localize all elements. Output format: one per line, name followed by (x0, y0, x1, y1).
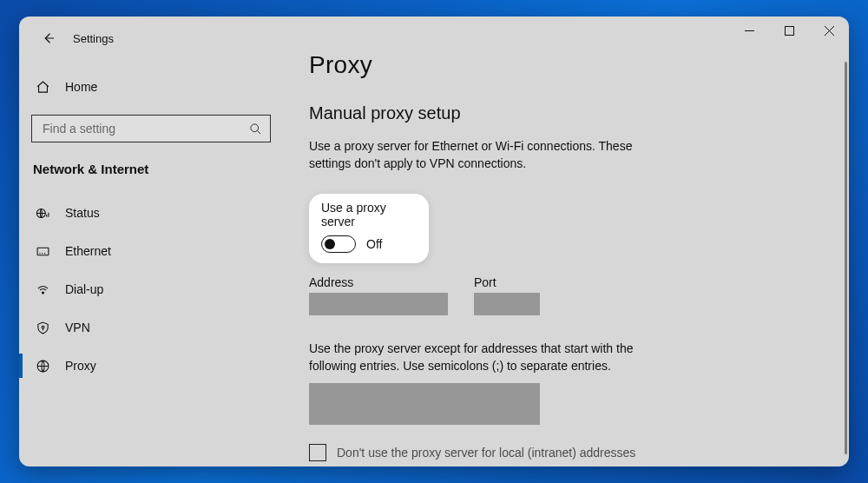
section-description: Use a proxy server for Ethernet or Wi-Fi… (309, 137, 656, 173)
sidebar-item-ethernet[interactable]: Ethernet (19, 232, 286, 270)
address-input[interactable] (309, 293, 448, 315)
port-input[interactable] (474, 293, 540, 315)
maximize-button[interactable] (769, 17, 809, 44)
toggle-knob (325, 239, 335, 249)
settings-window: Settings Home Network & Internet Stat (19, 17, 849, 466)
sidebar-item-label: Proxy (65, 359, 96, 373)
use-proxy-toggle[interactable] (321, 235, 356, 253)
exceptions-textarea[interactable] (309, 383, 540, 425)
sidebar-item-label: Dial-up (65, 282, 103, 296)
scrollbar[interactable] (845, 62, 847, 454)
content-pane: Proxy Manual proxy setup Use a proxy ser… (286, 17, 849, 466)
sidebar-item-label: VPN (65, 321, 90, 334)
close-button[interactable] (809, 17, 849, 44)
globe-icon (35, 358, 50, 374)
section-title: Manual proxy setup (309, 103, 849, 123)
shield-icon (35, 320, 50, 335)
use-proxy-label: Use a proxy server (321, 201, 417, 228)
exceptions-description: Use the proxy server except for addresse… (309, 340, 674, 375)
address-label: Address (309, 275, 448, 289)
use-proxy-highlight: Use a proxy server Off (309, 194, 429, 263)
sidebar-nav: Status Ethernet Dial-up VPN (19, 194, 286, 385)
window-title: Settings (73, 32, 114, 45)
search-box[interactable] (31, 115, 271, 142)
svg-point-0 (250, 123, 258, 131)
svg-rect-2 (37, 248, 49, 255)
back-button[interactable] (35, 24, 62, 52)
sidebar-item-label: Ethernet (65, 244, 111, 258)
window-controls (729, 17, 849, 44)
port-label: Port (474, 275, 540, 289)
globe-bars-icon (35, 205, 50, 221)
ethernet-icon (35, 243, 50, 259)
sidebar-item-proxy[interactable]: Proxy (19, 347, 286, 385)
left-pane: Settings Home Network & Internet Stat (19, 17, 286, 466)
page-title: Proxy (309, 51, 849, 79)
sidebar-section: Network & Internet (19, 142, 286, 180)
search-icon (247, 121, 263, 136)
wifi-dots-icon (35, 281, 50, 297)
sidebar-home-label: Home (65, 80, 97, 94)
svg-rect-6 (785, 26, 793, 35)
sidebar-item-vpn[interactable]: VPN (19, 308, 286, 347)
sidebar-item-status[interactable]: Status (19, 194, 286, 232)
minimize-button[interactable] (729, 17, 769, 44)
svg-point-4 (42, 326, 44, 328)
home-icon (35, 79, 50, 95)
sidebar-item-dial-up[interactable]: Dial-up (19, 270, 286, 308)
search-input[interactable] (41, 121, 232, 136)
intranet-label: Don't use the proxy server for local (in… (337, 446, 635, 460)
sidebar-item-label: Status (65, 206, 100, 220)
intranet-checkbox[interactable] (309, 444, 326, 461)
sidebar-home[interactable]: Home (19, 69, 286, 104)
use-proxy-state: Off (366, 237, 382, 251)
svg-point-3 (42, 292, 43, 294)
